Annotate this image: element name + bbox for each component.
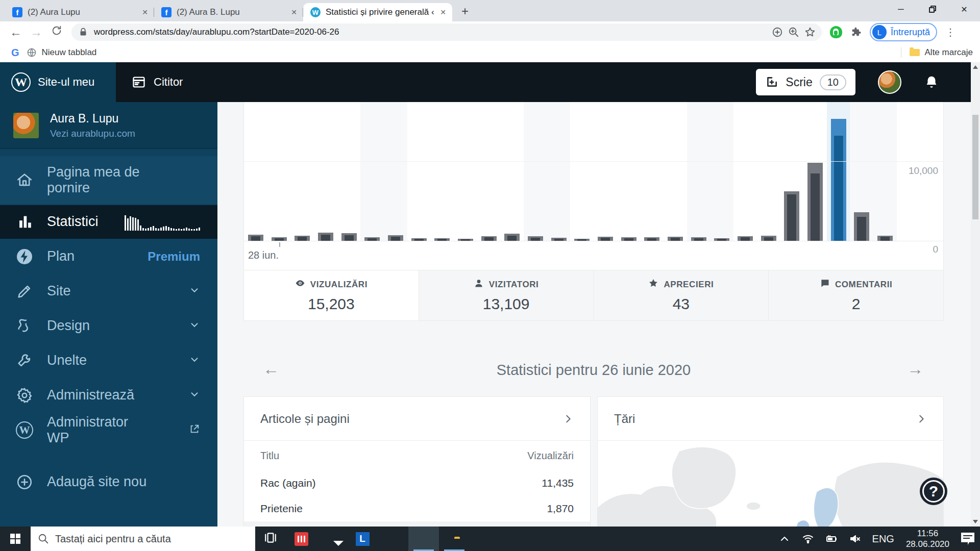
chart-column[interactable] [873, 102, 897, 241]
minimize-button[interactable]: ─ [885, 0, 917, 18]
chart-column[interactable] [664, 102, 687, 241]
tray-expand-button[interactable] [773, 527, 796, 551]
reload-button[interactable] [48, 25, 65, 39]
table-row[interactable]: Rac980 [244, 521, 590, 527]
sidebar-item-plan[interactable]: PlanPremium [0, 240, 217, 273]
google-icon[interactable]: G [11, 47, 19, 59]
tab-close-icon[interactable]: ✕ [290, 7, 298, 17]
stat-tab-vizitatori[interactable]: VIZITATORI13,109 [419, 270, 594, 320]
browser-tab[interactable]: f(2) Aura B. Lupu✕ [154, 3, 303, 21]
sidebar-item-administreaza[interactable]: Administrează [0, 379, 217, 412]
countries-panel-header[interactable]: Țări [598, 397, 943, 441]
sidebar-item-statistici[interactable]: Statistici [0, 205, 217, 239]
view-site-link[interactable]: Vezi aurablupu.com [50, 128, 135, 139]
help-button[interactable]: ? [920, 478, 947, 505]
chart-column[interactable] [360, 102, 384, 241]
chart-column[interactable] [430, 102, 454, 241]
chart-column[interactable] [337, 102, 361, 241]
battery-indicator[interactable] [820, 527, 843, 551]
chart-column[interactable] [733, 102, 757, 241]
browser-tab[interactable]: WStatistici și privire generală ‹ Aura✕ [303, 3, 452, 21]
chart-column[interactable] [757, 102, 780, 241]
chart-column[interactable] [827, 102, 850, 241]
scrollbar-thumb[interactable] [972, 115, 978, 219]
chart-column[interactable] [710, 102, 733, 241]
taskbar-app-task-view[interactable] [255, 527, 286, 551]
reading-list-icon[interactable] [772, 27, 783, 38]
restore-button[interactable] [917, 0, 948, 18]
table-row[interactable]: Prietenie1,870 [244, 496, 590, 521]
taskbar-app-edge[interactable] [378, 527, 408, 551]
sidebar-item-site[interactable]: Site [0, 274, 217, 308]
chart-column[interactable] [314, 102, 337, 241]
tab-close-icon[interactable]: ✕ [439, 7, 447, 17]
chart-column[interactable] [570, 102, 594, 241]
address-bar[interactable]: wordpress.com/stats/day/aurablupu.com?st… [71, 23, 822, 41]
new-tab-button[interactable]: + [457, 4, 473, 18]
chart-column[interactable] [477, 102, 501, 241]
other-bookmarks-button[interactable]: Alte marcaje [925, 47, 973, 58]
chart-column[interactable] [290, 102, 314, 241]
start-button[interactable] [0, 527, 31, 551]
stat-tab-vizualizari[interactable]: VIZUALIZĂRI15,203 [244, 270, 419, 320]
extensions-puzzle-icon[interactable] [850, 27, 862, 38]
sidebar-item-administrator-wp[interactable]: WAdministrator WP [0, 413, 217, 447]
taskbar-app-app-red[interactable] [286, 527, 316, 551]
tab-close-icon[interactable]: ✕ [141, 7, 149, 17]
posts-panel-header[interactable]: Articole și pagini [244, 397, 590, 441]
language-indicator[interactable]: ENG [867, 527, 900, 551]
taskbar-app-chrome[interactable] [408, 527, 439, 551]
taskbar-app-app-l[interactable]: L [347, 527, 378, 551]
chart-column[interactable] [617, 102, 641, 241]
my-site-button[interactable]: W Site-ul meu [0, 62, 116, 102]
write-button[interactable]: Scrie 10 [756, 69, 855, 95]
wifi-indicator[interactable] [796, 527, 820, 551]
chart-column[interactable] [384, 102, 407, 241]
chart-column[interactable] [407, 102, 431, 241]
browser-menu-icon[interactable]: ⋮ [945, 26, 955, 38]
stat-tab-aprecieri[interactable]: APRECIERI43 [594, 270, 769, 320]
chart-column[interactable] [687, 102, 710, 241]
chart-column[interactable] [640, 102, 664, 241]
taskbar-app-mail[interactable] [316, 527, 347, 551]
volume-indicator[interactable] [843, 527, 867, 551]
back-button[interactable]: ← [7, 25, 24, 39]
bookmark-item[interactable]: Nieuw tabblad [42, 47, 97, 58]
chart-column[interactable] [547, 102, 571, 241]
adblock-extension-icon[interactable] [830, 26, 842, 38]
chart-column[interactable] [524, 102, 547, 241]
scroll-down-arrow[interactable] [973, 520, 978, 523]
sidebar-item-unelte[interactable]: Unelte [0, 344, 217, 378]
site-profile[interactable]: Aura B. Lupu Vezi aurablupu.com [0, 102, 217, 149]
sidebar-item-design[interactable]: Design [0, 309, 217, 343]
page-scrollbar[interactable] [971, 62, 980, 527]
chart-column[interactable] [267, 102, 291, 241]
chart-column[interactable] [850, 102, 873, 241]
close-button[interactable]: ✕ [948, 0, 980, 18]
chart-column[interactable] [244, 102, 267, 241]
next-day-arrow[interactable]: → [907, 360, 923, 379]
zoom-icon[interactable] [788, 27, 799, 38]
sidebar-item-pagina-mea-de-pornire[interactable]: Pagina mea de pornire [0, 156, 217, 204]
profile-sync-chip[interactable]: L Întreruptă [870, 23, 937, 41]
chart-column[interactable] [803, 102, 827, 241]
stat-tab-comentarii[interactable]: COMENTARII2 [768, 270, 943, 320]
taskbar-search[interactable]: Tastați aici pentru a căuta [31, 527, 255, 551]
taskbar-app-file-explorer[interactable] [439, 527, 470, 551]
chart-column[interactable] [594, 102, 617, 241]
chart-column[interactable] [780, 102, 803, 241]
scroll-up-arrow[interactable] [973, 65, 978, 69]
user-avatar[interactable] [878, 70, 901, 94]
table-row[interactable]: Rac (again)11,435 [244, 470, 590, 496]
sidebar-item-adauga-site-nou[interactable]: Adaugă site nou [0, 465, 217, 499]
bookmark-star-icon[interactable] [804, 27, 816, 38]
reader-button[interactable]: Cititor [116, 62, 198, 102]
action-center-button[interactable] [955, 527, 980, 551]
taskbar-clock[interactable]: 11:56 28.06.2020 [900, 528, 955, 550]
chart-column[interactable] [500, 102, 524, 241]
previous-day-arrow[interactable]: ← [263, 360, 279, 379]
forward-button[interactable]: → [28, 25, 45, 39]
notifications-bell-icon[interactable] [924, 74, 939, 90]
chart-column[interactable] [454, 102, 477, 241]
browser-tab[interactable]: f(2) Aura Lupu✕ [5, 3, 154, 21]
